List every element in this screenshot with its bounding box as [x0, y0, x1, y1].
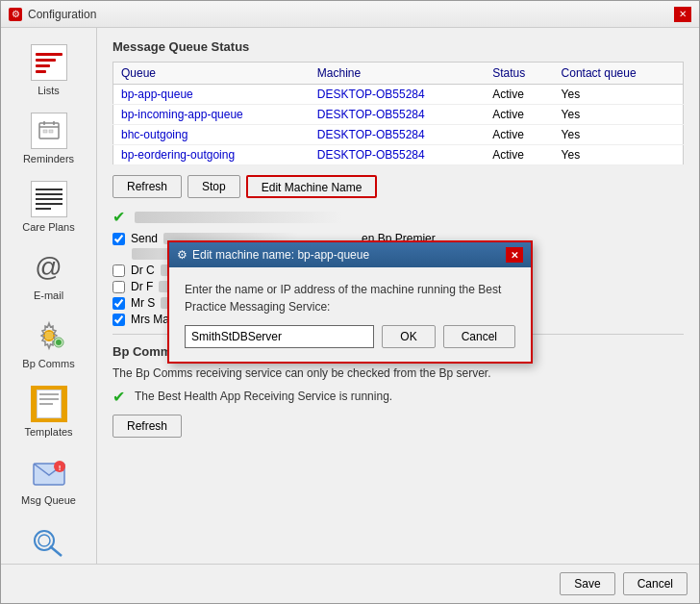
machine-name-input[interactable] — [185, 325, 374, 348]
modal-overlay: ⚙ Edit machine name: bp-app-queue ✕ Ente… — [0, 0, 700, 604]
modal-title-text: ⚙ Edit machine name: bp-app-queue — [177, 248, 369, 262]
modal-instruction: Enter the name or IP address of the mach… — [185, 281, 515, 315]
edit-machine-name-dialog: ⚙ Edit machine name: bp-app-queue ✕ Ente… — [167, 240, 533, 364]
modal-title-bar: ⚙ Edit machine name: bp-app-queue ✕ — [169, 242, 531, 267]
modal-input-row: OK Cancel — [185, 325, 515, 348]
modal-cancel-button[interactable]: Cancel — [443, 325, 515, 348]
modal-body: Enter the name or IP address of the mach… — [169, 267, 531, 362]
modal-ok-button[interactable]: OK — [382, 325, 435, 348]
modal-close-button[interactable]: ✕ — [506, 247, 523, 263]
modal-icon: ⚙ — [177, 248, 188, 262]
modal-title-label: Edit machine name: bp-app-queue — [192, 248, 369, 262]
